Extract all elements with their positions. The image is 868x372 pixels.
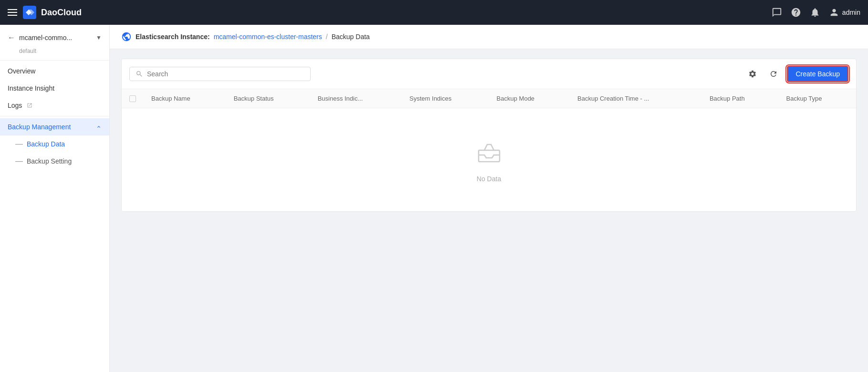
sidebar-item-instance-insight[interactable]: Instance Insight (0, 80, 109, 97)
no-data-icon (474, 137, 504, 167)
sidebar-backup-submenu: — Backup Data — Backup Setting (0, 135, 109, 170)
chevron-down-icon: ▼ (96, 34, 102, 41)
backup-data-card: Create Backup (121, 59, 857, 212)
user-menu[interactable]: admin (829, 7, 860, 18)
empty-icon (474, 137, 504, 169)
col-backup-creation-time: Backup Creation Time - ... (570, 89, 702, 108)
table-header-row: Backup Name Backup Status Business Indic… (122, 89, 856, 108)
content-area: Elasticsearch Instance: mcamel-common-es… (110, 25, 868, 372)
sidebar-overview-label: Overview (8, 67, 35, 75)
breadcrumb-prefix: Elasticsearch Instance: (136, 33, 210, 41)
hamburger-menu[interactable] (8, 9, 17, 16)
breadcrumb-instance[interactable]: mcamel-common-es-cluster-masters (214, 33, 322, 41)
table-header-checkbox (122, 89, 144, 108)
search-box[interactable] (129, 67, 311, 81)
col-backup-mode: Backup Mode (489, 89, 570, 108)
col-system-indices: System Indices (402, 89, 489, 108)
backup-management-label: Backup Management (8, 123, 71, 131)
help-icon[interactable] (791, 7, 801, 18)
sidebar-instance-insight-label: Instance Insight (8, 84, 54, 92)
empty-text: No Data (477, 175, 501, 183)
notification-icon[interactable] (810, 7, 820, 18)
col-backup-path: Backup Path (702, 89, 779, 108)
external-link-icon (27, 103, 32, 108)
sidebar-divider-2 (0, 116, 109, 116)
col-business-indices: Business Indic... (310, 89, 402, 108)
sub-dash-1: — (15, 140, 23, 148)
backup-setting-label: Backup Setting (27, 157, 72, 165)
search-input[interactable] (147, 70, 304, 78)
select-all-checkbox[interactable] (129, 95, 136, 102)
sidebar-instance-name: mcamel-commo... (19, 34, 72, 41)
sidebar-logs-label: Logs (8, 102, 22, 109)
toolbar-actions: Create Backup (745, 66, 848, 82)
breadcrumb-current: Backup Data (332, 33, 370, 41)
logo-icon (22, 5, 37, 20)
settings-button[interactable] (745, 66, 760, 82)
sidebar-item-overview[interactable]: Overview (0, 62, 109, 80)
sidebar-divider-1 (0, 60, 109, 61)
user-avatar-icon (829, 7, 839, 18)
col-backup-status: Backup Status (226, 89, 310, 108)
create-backup-button[interactable]: Create Backup (787, 66, 848, 82)
chat-icon[interactable] (772, 7, 782, 18)
refresh-icon (769, 70, 778, 78)
empty-state: No Data (122, 108, 856, 211)
svg-rect-1 (479, 150, 500, 162)
breadcrumb-globe-icon (121, 31, 132, 42)
backup-data-label: Backup Data (27, 140, 65, 148)
col-backup-type: Backup Type (779, 89, 856, 108)
sidebar-item-logs[interactable]: Logs (0, 97, 109, 114)
logo: DaoCloud (22, 5, 82, 20)
logo-text: DaoCloud (41, 8, 82, 18)
sidebar-item-backup-setting[interactable]: — Backup Setting (15, 153, 109, 170)
sidebar-instance-selector[interactable]: ← mcamel-commo... ▼ (0, 29, 109, 47)
chevron-up-icon (96, 124, 102, 130)
refresh-button[interactable] (766, 66, 781, 82)
sidebar-namespace: default (0, 47, 109, 58)
sidebar-item-backup-data[interactable]: — Backup Data (15, 135, 109, 153)
col-backup-name: Backup Name (144, 89, 226, 108)
back-icon[interactable]: ← (8, 33, 15, 42)
sidebar-item-backup-management[interactable]: Backup Management (0, 118, 109, 135)
sub-dash-2: — (15, 157, 23, 165)
toolbar: Create Backup (122, 59, 856, 89)
topnav: DaoCloud admin (0, 0, 868, 25)
breadcrumb-separator: / (326, 33, 328, 41)
user-name: admin (842, 9, 860, 16)
page-content: Create Backup (110, 49, 868, 372)
backup-table: Backup Name Backup Status Business Indic… (122, 89, 856, 211)
breadcrumb: Elasticsearch Instance: mcamel-common-es… (110, 25, 868, 49)
settings-icon (748, 70, 757, 78)
sidebar: ← mcamel-commo... ▼ default Overview Ins… (0, 25, 110, 372)
search-icon (136, 70, 143, 78)
